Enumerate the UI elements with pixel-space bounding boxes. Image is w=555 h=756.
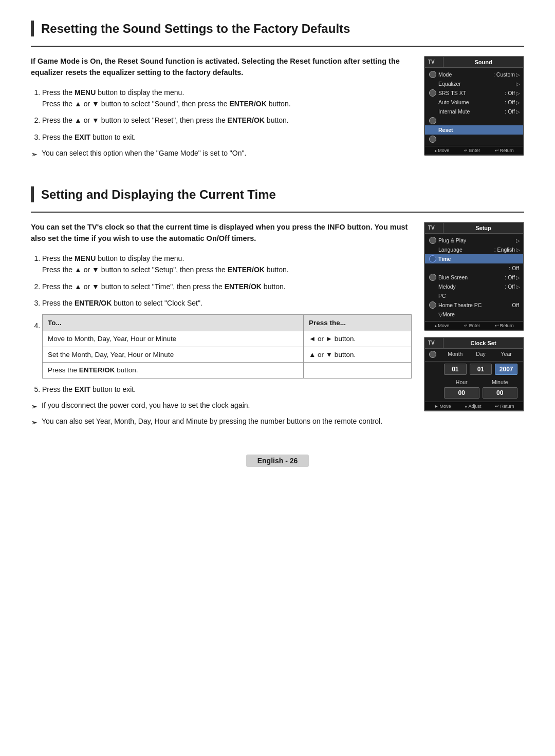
table-cell-to: Move to Month, Day, Year, Hour or Minute [43,331,304,347]
tv-setup-row-blue: Blue Screen : Off ▷ [425,273,523,282]
tv-setup-menu: TV Setup Plug & Play ▷ Language : Englis… [424,222,524,331]
arrow-symbol2: ➣ [31,401,38,413]
section2-step5: Press the EXIT button to exit. [42,384,412,395]
table-cell-to: Set the Month, Day, Year, Hour or Minute [43,347,304,363]
section2-note1-text: If you disconnect the power cord, you ha… [42,400,250,411]
section1-divider [31,46,524,47]
tv-label: TV [425,57,443,67]
tv-row-icon6 [427,117,438,124]
tv-setup-footer: ⬥ Move ↵ Enter ↩ Return [425,321,523,330]
setup-footer-return: ↩ Return [495,323,514,328]
footer-enter: ↵ Enter [464,148,480,153]
table-row: Press the ENTER/OK button. [43,363,412,379]
section-current-time: Setting and Displaying the Current Time … [31,186,524,429]
tv-clock-menu: TV Clock Set Month Day Year 01 01 2007 H… [424,337,524,411]
section-reset-sound: Resetting the Sound Settings to the Fact… [31,21,524,161]
col-press: Press the... [303,314,411,331]
section1-tv-menu: TV Sound Mode : Custom ▷ Equalizer ▷ [424,56,524,156]
tv-setup-title: Setup [443,223,523,233]
tv-menu-header: TV Sound [425,57,523,68]
section1-step2: Press the ▲ or ▼ button to select "Reset… [42,115,412,126]
tv-setup-row-lang: Language : English ▷ [425,245,523,254]
clock-footer: ► Move ⬥ Adjust ↩ Return [425,402,523,410]
footer-move: ⬥ Move [434,148,449,153]
clock-year-val: 2007 [495,364,517,375]
clock-col-headers: Month Day Year [425,349,523,362]
section2-step1: Press the MENU button to display the men… [42,253,412,276]
tv-menu-body: Mode : Custom ▷ Equalizer ▷ SRS TS XT : … [425,68,523,146]
section2-title: Setting and Displaying the Current Time [31,186,524,202]
section2-text: You can set the TV's clock so that the c… [31,222,412,429]
table-cell-press: ◄ or ► button. [303,331,411,347]
tv-setup-row-melody: Melody : Off ▷ [425,282,523,291]
tv-row-mode: Mode : Custom ▷ [425,70,523,79]
col-to: To... [43,314,304,331]
clock-min-val: 00 [483,387,518,399]
section1-title: Resetting the Sound Settings to the Fact… [31,21,524,36]
tv-row-reset: Reset [425,125,523,135]
tv-row-icon [427,71,438,78]
tv-setup-row-off1: : Off [425,263,523,273]
tv-setup-body: Plug & Play ▷ Language : English ▷ Time [425,234,523,321]
tv-setup-header: TV Setup [425,223,523,234]
tv-row-icon8 [427,136,438,143]
tv-setup-row-plug: Plug & Play ▷ [425,236,523,245]
clock-day-label: Day [468,351,494,359]
section2-note2: ➣ You can also set Year, Month, Day, Hou… [31,416,412,429]
tv-setup-row-htpc: Home Theatre PC Off [425,300,523,310]
tv-row-mute: Internal Mute : Off ▷ [425,107,523,116]
section2-note2-text: You can also set Year, Month, Day, Hour … [42,416,382,427]
arrow-symbol: ➣ [31,148,38,161]
tv-label2: TV [425,223,443,233]
table-cell-press: ▲ or ▼ button. [303,347,411,363]
table-cell-to: Press the ENTER/OK button. [43,363,304,379]
section2-step3: Press the ENTER/OK button to select "Clo… [42,297,412,309]
tv-row-icon3 [427,89,438,97]
section2-step2: Press the ▲ or ▼ button to select "Time"… [42,281,412,292]
clock-footer-return: ↩ Return [495,404,514,409]
tv-setup-row-more: ▽More [425,310,523,319]
tv-menu-footer: ⬥ Move ↵ Enter ↩ Return [425,146,523,155]
tv-row-bot [425,135,523,144]
clock-header: TV Clock Set [425,338,523,349]
setup-footer-move: ⬥ Move [434,323,449,328]
section2-tv-menus: TV Setup Plug & Play ▷ Language : Englis… [424,222,524,411]
clock-hm-values: 00 00 [425,386,523,402]
section1-steps: Press the MENU button to display the men… [42,87,412,143]
tv-row-autovol: Auto Volume : Off ▷ [425,98,523,107]
section2-step4: To... Press the... Move to Month, Day, Y… [42,314,412,379]
clock-day-val: 01 [470,364,492,375]
clock-hour-val: 00 [444,387,479,399]
table-cell-press [303,363,411,379]
section1-intro: If Game Mode is On, the Reset Sound func… [31,56,412,79]
table-row: Move to Month, Day, Year, Hour or Minute… [43,331,412,347]
clock-month-val: 01 [444,364,467,375]
section2-note1: ➣ If you disconnect the power cord, you … [31,400,412,413]
section1-note: ➣ You can select this option when the "G… [31,148,412,161]
clock-title: Clock Set [443,338,523,348]
section2-intro: You can set the TV's clock so that the c… [31,222,412,244]
section2-steps: Press the MENU button to display the men… [42,253,412,395]
section2-divider [31,212,524,213]
section1-note-text: You can select this option when the "Gam… [42,148,246,159]
tv-setup-row-time: Time [425,254,523,263]
clock-footer-move: ► Move [434,404,451,409]
section1-text: If Game Mode is On, the Reset Sound func… [31,56,412,161]
clock-hour-label: Hour [442,379,481,385]
tv-row-srs: SRS TS XT : Off ▷ [425,88,523,98]
table-row: Set the Month, Day, Year, Hour or Minute… [43,347,412,363]
arrow-symbol3: ➣ [31,417,38,429]
clock-min-label: Minute [481,379,520,385]
tv-setup-row-pc: PC [425,291,523,300]
clock-hm-headers: Hour Minute [425,376,523,386]
tv-row-sep [425,116,523,125]
section1-body: If Game Mode is On, the Reset Sound func… [31,56,524,161]
clock-month-label: Month [442,351,468,359]
clock-tv-label: TV [425,338,443,348]
step4-table: To... Press the... Move to Month, Day, Y… [42,314,412,379]
tv-menu-title: Sound [443,57,523,67]
tv-row-equalizer: Equalizer ▷ [425,79,523,88]
setup-footer-enter: ↵ Enter [464,323,480,328]
page-number-badge: English - 26 [246,455,309,467]
page-footer: English - 26 [31,455,524,467]
